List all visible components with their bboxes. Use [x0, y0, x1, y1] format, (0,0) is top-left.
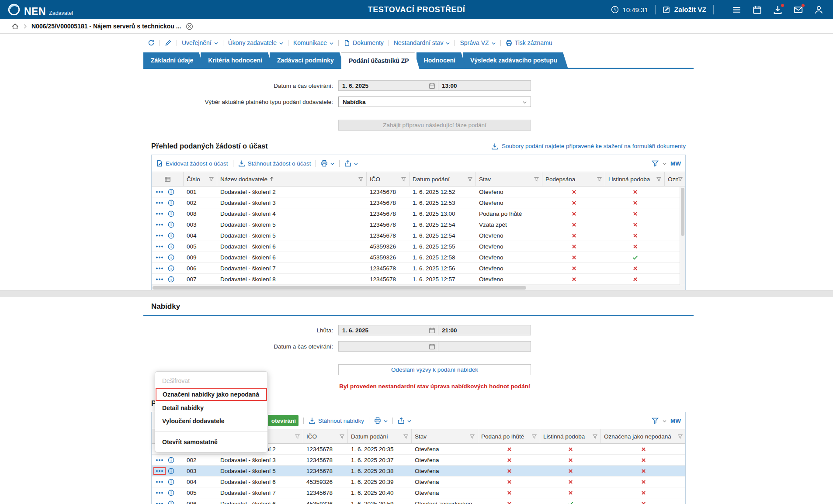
row-info-icon[interactable]	[168, 276, 174, 283]
toolbar-item-dokumenty[interactable]: Dokumenty	[344, 39, 384, 46]
calendar-small-icon[interactable]	[429, 327, 435, 334]
close-record-icon[interactable]	[186, 23, 193, 30]
row-info-icon[interactable]	[168, 265, 174, 272]
download-offers-button[interactable]: Stáhnout nabídky	[309, 417, 364, 424]
column-filter-icon[interactable]	[295, 434, 300, 439]
table-row[interactable]: 007Dodavatel - školení 8123456781. 6. 20…	[152, 274, 685, 285]
create-vz-button[interactable]: Založit VZ	[663, 6, 706, 14]
send-offer-call-button[interactable]: Odeslání výzvy k podání nabídek	[338, 364, 531, 375]
opening-datetime-field[interactable]: 1. 6. 2025 13:00	[338, 80, 531, 91]
print-button[interactable]	[321, 160, 334, 167]
toolbar-item-nestandardni-stav[interactable]: Nestandardní stav	[394, 39, 450, 46]
calendar-icon[interactable]	[753, 5, 762, 14]
user-icon[interactable]	[814, 5, 823, 14]
download-request-button[interactable]: Stáhnout žádost o účast	[238, 160, 311, 167]
row-info-icon[interactable]	[168, 200, 174, 206]
column-header-oznace[interactable]: Označe	[665, 172, 686, 186]
tab-kriteria-hodnoceni[interactable]: Kritéria hodnocení	[201, 52, 273, 68]
column-filter-icon[interactable]	[656, 177, 661, 182]
column-filter-icon[interactable]	[678, 434, 683, 439]
scrollbar-thumb[interactable]	[681, 188, 684, 236]
table-row[interactable]: 003Dodavatel - školení 5123456781. 6. 20…	[152, 466, 685, 476]
row-info-icon[interactable]	[168, 211, 174, 217]
column-filter-icon[interactable]	[209, 177, 214, 182]
row-info-icon[interactable]	[168, 490, 174, 496]
export-button[interactable]	[344, 160, 358, 167]
toolbar-item-ukony-zadavatele[interactable]: Úkony zadavatele	[228, 39, 283, 46]
tab-zadavaci-podminky[interactable]: Zadávací podmínky	[270, 52, 344, 68]
row-info-icon[interactable]	[168, 479, 174, 485]
export-button[interactable]	[398, 417, 411, 424]
row-menu-icon[interactable]	[156, 278, 163, 281]
calendar-small-icon[interactable]	[429, 343, 435, 350]
column-header-nazev-dodavatele[interactable]: Název dodavatele	[217, 172, 367, 186]
view-mode-toggle[interactable]: MW	[670, 160, 681, 167]
row-menu-icon[interactable]	[156, 190, 163, 193]
filter-icon[interactable]	[652, 160, 659, 167]
row-info-icon[interactable]	[168, 254, 174, 261]
column-header-podepsana[interactable]: Podepsána	[542, 172, 605, 186]
home-icon[interactable]	[11, 23, 19, 30]
column-header-cislo[interactable]: Číslo	[184, 172, 217, 186]
toolbar-item-uverejneni[interactable]: Uveřejnění	[182, 39, 218, 46]
row-info-icon[interactable]	[168, 189, 174, 195]
tab-podani-ucastniku-zp[interactable]: Podání účastníků ZP	[341, 52, 420, 69]
table-row[interactable]: 006Dodavatel - školení 6453593261. 6. 20…	[152, 498, 685, 504]
row-menu-icon[interactable]	[156, 491, 163, 494]
table-row[interactable]: 004Dodavatel - školení 6453593261. 6. 20…	[152, 476, 685, 487]
row-menu-icon[interactable]	[156, 234, 163, 237]
messages-icon[interactable]	[794, 5, 803, 14]
menu-item-detail-nabidky[interactable]: Detail nabídky	[155, 401, 267, 414]
column-filter-icon[interactable]	[358, 177, 363, 182]
table-row[interactable]: 005Dodavatel - školení 6453593261. 6. 20…	[152, 241, 685, 252]
row-menu-icon[interactable]	[156, 267, 163, 270]
column-filter-icon[interactable]	[340, 434, 344, 439]
offers-opening-datetime-field[interactable]	[338, 341, 531, 352]
row-menu-icon[interactable]	[156, 223, 163, 226]
row-menu-icon[interactable]	[156, 256, 163, 259]
row-menu-icon[interactable]	[156, 201, 163, 204]
scrollbar-thumb[interactable]	[153, 286, 526, 290]
table-row[interactable]: 002Dodavatel - školení 3123456781. 6. 20…	[152, 197, 685, 208]
table-row[interactable]: 001Dodavatel - školení 2123456781. 6. 20…	[152, 186, 685, 197]
column-filter-icon[interactable]	[468, 177, 472, 182]
row-info-icon[interactable]	[168, 457, 174, 463]
column-filter-icon[interactable]	[401, 177, 406, 182]
column-header-row-tools[interactable]	[152, 172, 184, 186]
row-menu-icon[interactable]	[156, 212, 163, 215]
chevron-down-icon[interactable]	[663, 420, 666, 423]
toolbar-item-sprava-vz[interactable]: Správa VZ	[460, 39, 495, 46]
row-info-icon[interactable]	[168, 468, 174, 474]
menu-item-vylouceni-dodavatele[interactable]: Vyloučení dodavatele	[155, 414, 267, 428]
row-menu-icon[interactable]	[156, 502, 163, 504]
column-header-ico[interactable]: IČO	[367, 172, 410, 186]
column-filter-icon[interactable]	[597, 177, 602, 182]
offers-opening-date-part[interactable]	[339, 342, 438, 351]
row-info-icon[interactable]	[168, 232, 174, 239]
row-menu-icon[interactable]	[156, 459, 163, 462]
chevron-down-icon[interactable]	[663, 162, 666, 166]
refresh-button[interactable]	[148, 39, 155, 46]
breadcrumb-item[interactable]: N006/25/V00005181 - Nájem serverů s tech…	[31, 23, 181, 30]
column-header-datum-podani[interactable]: Datum podání	[410, 172, 476, 186]
filter-icon[interactable]	[652, 417, 659, 424]
downloads-icon[interactable]	[773, 5, 782, 14]
column-header-podana-po-lhute[interactable]: Podaná po lhůtě	[478, 429, 540, 443]
table-row[interactable]: 009Dodavatel - školení 6453593261. 6. 20…	[152, 252, 685, 263]
deadline-datetime-field[interactable]: 1. 6. 2025 21:00	[338, 325, 531, 335]
submission-type-select[interactable]: Nabídka	[338, 97, 531, 107]
table-row[interactable]: 005Dodavatel - školení 7123456781. 6. 20…	[152, 487, 685, 498]
row-info-icon[interactable]	[168, 501, 174, 504]
tab-hodnoceni[interactable]: Hodnocení	[416, 52, 466, 68]
opening-date-part[interactable]: 1. 6. 2025	[339, 81, 438, 90]
row-menu-icon[interactable]	[156, 480, 163, 483]
table-row[interactable]: 008Dodavatel - školení 4123456781. 6. 20…	[152, 208, 685, 219]
vertical-scrollbar[interactable]	[680, 187, 685, 285]
print-button[interactable]	[374, 417, 388, 424]
calendar-small-icon[interactable]	[429, 83, 435, 89]
row-menu-icon[interactable]	[156, 245, 163, 248]
menu-icon[interactable]	[732, 5, 741, 14]
column-filter-icon[interactable]	[532, 434, 537, 439]
row-info-icon[interactable]	[168, 243, 174, 250]
column-header-stav[interactable]: Stav	[476, 172, 542, 186]
